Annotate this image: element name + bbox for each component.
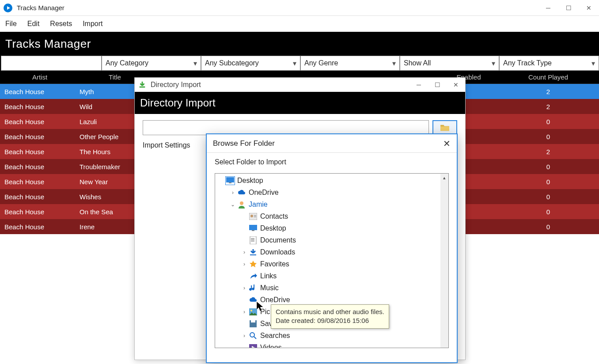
svg-point-3 bbox=[240, 201, 243, 205]
tree-documents[interactable]: Documents bbox=[215, 234, 448, 246]
dirimport-header: Directory Import bbox=[135, 92, 465, 114]
tree-desktop[interactable]: Desktop bbox=[215, 174, 448, 186]
cell-count: 0 bbox=[497, 193, 599, 201]
tree-downloads[interactable]: ›Downloads bbox=[215, 246, 448, 258]
dirimport-minimize[interactable]: ─ bbox=[409, 78, 428, 91]
svg-rect-7 bbox=[254, 216, 256, 217]
expand-icon[interactable]: ⌄ bbox=[229, 201, 236, 208]
tree-favorites[interactable]: ›Favorites bbox=[215, 258, 448, 270]
browse-close-button[interactable]: ✕ bbox=[443, 138, 451, 149]
tree-label: Contacts bbox=[260, 212, 288, 220]
tree-label: Links bbox=[260, 272, 277, 280]
menu-import[interactable]: Import bbox=[83, 20, 102, 28]
cell-count: 0 bbox=[497, 208, 599, 216]
svg-rect-0 bbox=[140, 86, 145, 87]
star-icon bbox=[249, 260, 258, 268]
tree-label: Documents bbox=[260, 236, 296, 244]
tree-label: Desktop bbox=[260, 224, 286, 232]
svg-rect-11 bbox=[251, 238, 254, 239]
svg-point-19 bbox=[250, 333, 254, 337]
menu-edit[interactable]: Edit bbox=[27, 20, 40, 28]
tree-label: Desktop bbox=[237, 177, 263, 185]
svg-rect-1 bbox=[226, 177, 234, 182]
tree-music[interactable]: ›Music bbox=[215, 282, 448, 294]
search-input[interactable] bbox=[1, 56, 102, 71]
cell-count: 2 bbox=[497, 148, 599, 155]
link-icon bbox=[249, 272, 258, 280]
svg-rect-14 bbox=[250, 254, 256, 255]
tree-onedrive2[interactable]: OneDrive bbox=[215, 294, 448, 306]
filter-genre[interactable]: Any Genre bbox=[300, 56, 400, 71]
cell-artist: Beach House bbox=[0, 193, 75, 201]
doc-icon bbox=[249, 236, 258, 244]
cell-artist: Beach House bbox=[0, 208, 75, 216]
tree-label: Videos bbox=[260, 344, 282, 349]
page-title: Tracks Manager bbox=[0, 32, 599, 56]
tree-label: Downloads bbox=[260, 248, 295, 256]
cell-count: 0 bbox=[497, 223, 599, 231]
desktop-icon bbox=[249, 224, 258, 232]
expand-icon[interactable]: › bbox=[241, 285, 248, 291]
menu-resets[interactable]: Resets bbox=[50, 20, 72, 28]
filter-tracktype[interactable]: Any Track Type bbox=[499, 56, 599, 71]
filter-category[interactable]: Any Category bbox=[102, 56, 201, 71]
col-artist[interactable]: Artist bbox=[0, 73, 75, 81]
tree-contacts[interactable]: Contacts bbox=[215, 210, 448, 222]
import-path-input[interactable] bbox=[143, 120, 429, 135]
svg-rect-10 bbox=[250, 236, 256, 244]
svg-rect-13 bbox=[251, 241, 254, 242]
expand-icon[interactable]: › bbox=[241, 249, 248, 255]
cell-artist: Beach House bbox=[0, 223, 75, 231]
down-icon bbox=[249, 248, 258, 256]
cloud-icon bbox=[249, 296, 258, 304]
cell-artist: Beach House bbox=[0, 88, 75, 95]
menu-bar: File Edit Resets Import bbox=[0, 16, 599, 32]
save-icon bbox=[249, 320, 258, 328]
tree-scrollbar[interactable]: ▴ bbox=[440, 174, 448, 348]
pic-icon bbox=[249, 308, 258, 316]
dirimport-close[interactable]: ✕ bbox=[447, 78, 465, 91]
dirimport-maximize[interactable]: ☐ bbox=[428, 78, 447, 91]
tree-label: Favorites bbox=[260, 260, 289, 268]
svg-rect-9 bbox=[252, 230, 254, 231]
cell-artist: Beach House bbox=[0, 103, 75, 110]
filter-show[interactable]: Show All bbox=[400, 56, 499, 71]
tree-label: OneDrive bbox=[260, 296, 290, 304]
browse-button[interactable] bbox=[432, 120, 457, 135]
folder-icon bbox=[440, 124, 450, 132]
close-button[interactable]: ✕ bbox=[579, 1, 599, 15]
cell-artist: Beach House bbox=[0, 133, 75, 140]
expand-icon[interactable]: › bbox=[241, 309, 248, 315]
tree-onedrive[interactable]: ›OneDrive bbox=[215, 186, 448, 198]
cell-count: 0 bbox=[497, 178, 599, 186]
svg-line-20 bbox=[254, 337, 256, 339]
cell-artist: Beach House bbox=[0, 118, 75, 125]
expand-icon[interactable]: › bbox=[241, 333, 248, 339]
browse-folder-dialog: Browse For Folder ✕ Select Folder to Imp… bbox=[206, 133, 458, 363]
svg-rect-18 bbox=[251, 320, 255, 322]
tree-label: Jamie bbox=[249, 201, 268, 209]
expand-icon[interactable]: › bbox=[241, 261, 248, 267]
maximize-button[interactable]: ☐ bbox=[558, 1, 579, 15]
cloud-icon bbox=[237, 189, 246, 197]
tree-label: Music bbox=[260, 284, 279, 292]
tree-label: Pic bbox=[260, 308, 270, 316]
tree-desktop2[interactable]: Desktop bbox=[215, 222, 448, 234]
dirimport-title: Directory Import bbox=[151, 81, 201, 89]
app-icon bbox=[4, 4, 12, 12]
col-count[interactable]: Count Played bbox=[497, 73, 599, 81]
tree-user[interactable]: ⌄Jamie bbox=[215, 198, 448, 210]
music-icon bbox=[249, 284, 258, 292]
user-icon bbox=[237, 201, 246, 209]
svg-point-5 bbox=[250, 215, 253, 217]
tree-links[interactable]: Links bbox=[215, 270, 448, 282]
minimize-button[interactable]: ─ bbox=[538, 1, 558, 15]
browse-instruction: Select Folder to Import bbox=[207, 153, 457, 173]
tree-videos[interactable]: Videos bbox=[215, 341, 448, 348]
filter-subcategory[interactable]: Any Subcategory bbox=[201, 56, 300, 71]
menu-file[interactable]: File bbox=[5, 20, 17, 28]
cell-count: 2 bbox=[497, 103, 599, 110]
tree-searches[interactable]: ›Searches bbox=[215, 330, 448, 341]
expand-icon[interactable]: › bbox=[229, 190, 236, 196]
svg-rect-12 bbox=[251, 239, 254, 240]
